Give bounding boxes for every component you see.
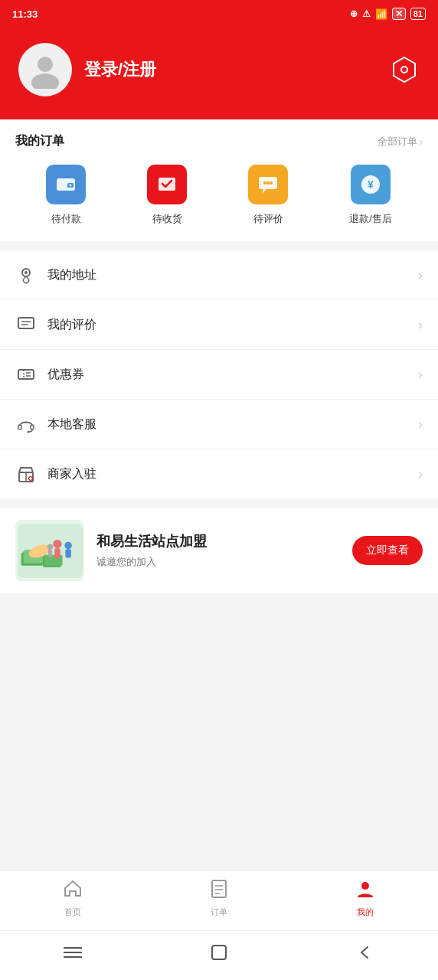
svg-rect-39: [54, 548, 60, 558]
menu-item-merchant-join[interactable]: 商家入驻 ›: [0, 449, 438, 498]
svg-point-11: [266, 181, 270, 185]
svg-marker-9: [262, 189, 266, 194]
svg-point-41: [64, 541, 71, 548]
home-icon: [63, 879, 83, 903]
status-right: ⊕ ⚠ 📶 ✕ 81: [350, 8, 426, 20]
headset-icon: [15, 413, 37, 435]
nav-item-home[interactable]: 首页: [42, 879, 103, 918]
svg-rect-20: [18, 370, 34, 379]
comment-icon: [256, 172, 280, 197]
banner-title: 和易生活站点加盟: [96, 532, 340, 550]
order-item-pending-payment[interactable]: 待付款: [46, 165, 86, 226]
svg-marker-2: [394, 57, 415, 82]
home-sys-button[interactable]: [207, 940, 231, 965]
menu-item-my-address[interactable]: 我的地址 ›: [0, 250, 438, 300]
location-icon: [15, 264, 37, 286]
menu-item-local-service[interactable]: 本地客服 ›: [0, 400, 438, 449]
refund-icon-wrap: ¥: [351, 165, 391, 204]
pending-review-label: 待评价: [253, 212, 283, 226]
svg-rect-17: [18, 318, 34, 328]
arrow-icon: ›: [418, 367, 423, 383]
mine-icon: [355, 879, 375, 903]
arrow-icon: ›: [418, 416, 423, 433]
all-orders-link[interactable]: 全部订单 ›: [378, 135, 423, 149]
arrow-icon: ›: [418, 466, 423, 482]
pending-payment-label: 待付款: [51, 212, 81, 226]
svg-point-12: [270, 181, 273, 185]
system-bar: [0, 930, 438, 980]
back-sys-button[interactable]: [353, 940, 378, 965]
pending-delivery-label: 待收货: [152, 212, 182, 226]
mine-nav-label: 我的: [357, 906, 374, 918]
status-bar: 11:33 ⊕ ⚠ 📶 ✕ 81: [0, 0, 438, 28]
header: 登录/注册: [0, 28, 438, 119]
order-card: 我的订单 全部订单 › 待付款: [0, 119, 438, 241]
svg-point-0: [38, 57, 53, 72]
merchant-join-label: 商家入驻: [47, 466, 418, 482]
svg-rect-45: [212, 880, 226, 897]
my-review-label: 我的评价: [47, 317, 418, 333]
refund-label: 退款/售后: [349, 212, 392, 226]
svg-point-38: [53, 539, 61, 547]
banner-text: 和易生活站点加盟 诚邀您的加入: [96, 532, 340, 569]
svg-point-43: [47, 544, 53, 550]
pending-delivery-icon-wrap: [147, 165, 187, 204]
delivery-icon: [155, 172, 179, 197]
battery-icon: 81: [410, 8, 426, 20]
svg-point-1: [31, 74, 59, 89]
banner-cta-button[interactable]: 立即查看: [352, 536, 423, 565]
settings-button[interactable]: [389, 54, 420, 85]
menu-item-my-review[interactable]: 我的评价 ›: [0, 300, 438, 350]
order-title: 我的订单: [15, 133, 64, 149]
avatar-icon: [26, 51, 64, 89]
local-service-label: 本地客服: [47, 416, 418, 433]
order-item-pending-review[interactable]: 待评价: [248, 165, 288, 226]
orders-nav-label: 订单: [211, 906, 227, 918]
wallet-icon: [54, 172, 78, 197]
svg-point-3: [401, 67, 407, 73]
wifi-icon: 📶: [375, 8, 387, 20]
status-time: 11:33: [12, 8, 38, 20]
arrow-right-icon: ›: [419, 136, 423, 148]
signal-icon: ✕: [392, 8, 406, 20]
banner-subtitle: 诚邀您的加入: [96, 555, 340, 569]
svg-text:¥: ¥: [368, 178, 374, 191]
svg-point-6: [70, 185, 72, 187]
orders-icon: [209, 879, 229, 903]
settings-hex-icon: [391, 56, 418, 83]
svg-rect-44: [47, 550, 52, 557]
nav-item-mine[interactable]: 我的: [335, 879, 396, 918]
svg-point-10: [263, 181, 266, 185]
nav-item-orders[interactable]: 订单: [188, 879, 250, 918]
banner-card: 和易生活站点加盟 诚邀您的加入 立即查看: [0, 508, 438, 593]
banner-illustration: [18, 522, 83, 580]
main-content: 我的订单 全部订单 › 待付款: [0, 119, 438, 871]
location-icon: ⊕: [350, 8, 358, 19]
svg-point-26: [28, 431, 30, 433]
header-left: 登录/注册: [18, 43, 156, 96]
svg-rect-53: [212, 946, 226, 959]
login-register-text[interactable]: 登录/注册: [84, 58, 156, 81]
refund-icon: ¥: [358, 172, 383, 197]
ticket-icon: [15, 364, 37, 385]
avatar[interactable]: [18, 43, 72, 96]
arrow-icon: ›: [418, 317, 423, 333]
comment-menu-icon: [15, 314, 37, 335]
svg-point-49: [361, 882, 369, 890]
svg-point-16: [25, 271, 28, 274]
coupon-label: 优惠券: [47, 367, 418, 383]
store-icon: [15, 463, 37, 485]
home-nav-label: 首页: [64, 906, 81, 918]
menu-sys-button[interactable]: [60, 940, 85, 965]
bottom-nav: 首页 订单 我的: [0, 871, 438, 930]
order-items: 待付款 待收货: [15, 165, 423, 226]
order-header: 我的订单 全部订单 ›: [15, 133, 423, 149]
order-item-refund[interactable]: ¥ 退款/售后: [349, 165, 392, 226]
svg-rect-42: [65, 549, 71, 557]
order-item-pending-delivery[interactable]: 待收货: [147, 165, 187, 226]
banner-image: [15, 520, 84, 581]
warning-icon: ⚠: [362, 8, 371, 19]
pending-review-icon-wrap: [248, 165, 288, 204]
arrow-icon: ›: [418, 267, 423, 283]
menu-item-coupon[interactable]: 优惠券 ›: [0, 350, 438, 400]
